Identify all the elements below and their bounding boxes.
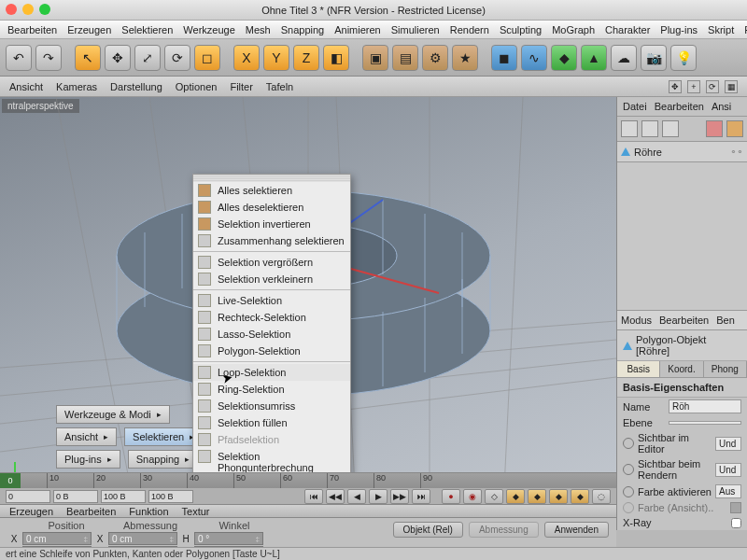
timeline-playhead[interactable]: 0 [0, 473, 21, 488]
menu-item[interactable]: Alles selektieren [193, 182, 350, 199]
coord-dim-button[interactable]: Abmessung [469, 522, 539, 538]
render-view[interactable]: ▣ [362, 45, 388, 71]
menu-selektieren[interactable]: Selektieren [121, 24, 173, 35]
om-menu[interactable]: Datei [623, 101, 647, 112]
axis-x[interactable]: X [233, 45, 260, 71]
bottom-tab[interactable]: Erzeugen [9, 506, 53, 517]
menu-item[interactable]: Pfadselektion [193, 431, 350, 448]
menu-mesh[interactable]: Mesh [246, 24, 271, 35]
coord-pos[interactable]: 0 cm [22, 532, 92, 545]
viewmenu-darstellung[interactable]: Darstellung [110, 81, 162, 92]
undo-button[interactable]: ↶ [6, 45, 32, 71]
om-menu[interactable]: Ansi [712, 101, 731, 112]
om-icon[interactable] [662, 120, 679, 137]
key-scale-button[interactable]: ◆ [528, 489, 546, 504]
menu-item[interactable]: Zusammenhang selektieren [193, 232, 350, 249]
menu-bearbeiten[interactable]: Bearbeiten [7, 24, 57, 35]
timeline-ruler[interactable]: 0102030405060708090 0 [0, 473, 616, 488]
redo-button[interactable]: ↷ [35, 45, 62, 71]
menu-charakter[interactable]: Charakter [605, 24, 650, 35]
viewmenu-filter[interactable]: Filter [230, 81, 252, 92]
om-icon[interactable] [641, 120, 658, 137]
bottom-tab[interactable]: Textur [182, 506, 210, 517]
flyout-plugins[interactable]: Plug-ins [56, 450, 120, 469]
environment-tool[interactable]: ☁ [611, 45, 637, 71]
viewport-layout-icon[interactable]: ▦ [725, 80, 738, 93]
flyout-werkzeugemodi[interactable]: Werkzeuge & Modi [56, 405, 170, 424]
render-picture[interactable]: ★ [452, 45, 478, 71]
zoom-icon[interactable] [39, 4, 50, 15]
menu-snapping[interactable]: Snapping [281, 24, 325, 35]
attr-menu[interactable]: Modus [621, 315, 652, 326]
flyout-snapping[interactable]: Snapping [128, 450, 199, 469]
key-pos-button[interactable]: ◆ [506, 489, 525, 504]
viewport-zoom-icon[interactable]: + [687, 80, 700, 93]
axis-y[interactable]: Y [263, 45, 289, 71]
menu-item[interactable]: Loop-Selektion [193, 364, 350, 381]
menu-werkzeuge[interactable]: Werkzeuge [183, 24, 234, 35]
camera-tool[interactable]: 📷 [641, 45, 667, 71]
om-menu[interactable]: Bearbeiten [655, 101, 704, 112]
timeline[interactable]: 0102030405060708090 0 0 0 B 100 B 100 B … [0, 472, 616, 504]
tree-item-roehre[interactable]: Röhre ∘∘ [621, 146, 743, 158]
menu-item[interactable]: Rechteck-Selektion [193, 309, 350, 326]
menu-item[interactable]: Selektion verkleinern [193, 271, 350, 287]
coord-dim[interactable]: 0 cm [108, 532, 177, 545]
minimize-icon[interactable] [22, 4, 34, 15]
viewmenu-optionen[interactable]: Optionen [176, 81, 218, 92]
coord-apply-button[interactable]: Anwenden [544, 522, 609, 538]
menu-plug-ins[interactable]: Plug-ins [660, 24, 698, 35]
viewmenu-tafeln[interactable]: Tafeln [266, 81, 293, 92]
axis-z[interactable]: Z [293, 45, 319, 71]
menu-skript[interactable]: Skript [708, 24, 734, 35]
attr-tab[interactable]: Phong [704, 361, 747, 377]
timeline-end-field[interactable]: 100 B [101, 490, 146, 503]
menu-item[interactable]: Selektion füllen [193, 414, 350, 431]
goto-end-button[interactable]: ⏭ [412, 489, 430, 504]
timeline-max-field[interactable]: 100 B [148, 490, 193, 503]
attr-menu[interactable]: Bearbeiten [659, 315, 709, 326]
prev-frame-button[interactable]: ◀ [347, 489, 366, 504]
menu-erzeugen[interactable]: Erzeugen [67, 24, 111, 35]
select-tool[interactable]: ↖ [75, 45, 101, 71]
menu-item[interactable]: Ring-Selektion [193, 381, 350, 398]
menu-item[interactable]: Lasso-Selektion [193, 326, 350, 343]
primitive-cube[interactable]: ◼ [491, 45, 517, 71]
viewport-rotate-icon[interactable]: ⟳ [706, 80, 719, 93]
attr-tab[interactable]: Koord. [660, 361, 703, 377]
coord-system[interactable]: ◧ [323, 45, 349, 71]
render-preview[interactable]: ▤ [392, 45, 418, 71]
last-tool[interactable]: ◻ [194, 45, 220, 71]
menu-rendern[interactable]: Rendern [450, 24, 489, 35]
close-icon[interactable] [6, 4, 17, 15]
play-button[interactable]: ▶ [369, 489, 388, 504]
bottom-tab[interactable]: Funktion [129, 506, 168, 517]
menu-item[interactable]: Selektion vergrößern [193, 254, 350, 271]
scale-tool[interactable]: ⤢ [134, 45, 161, 71]
autokey-button[interactable]: ◉ [463, 489, 482, 504]
menu-simulieren[interactable]: Simulieren [391, 24, 440, 35]
om-icon[interactable] [706, 120, 723, 137]
coord-mode-button[interactable]: Objekt (Rel) [393, 522, 463, 538]
key-param-button[interactable]: ◆ [571, 489, 589, 504]
deformer-tool[interactable]: ▲ [581, 45, 607, 71]
viewport-nav-icon[interactable]: ✥ [669, 80, 682, 93]
timeline-start-field[interactable]: 0 [6, 490, 50, 503]
keyframe-button[interactable]: ◇ [485, 489, 503, 504]
generator-tool[interactable]: ◆ [551, 45, 577, 71]
menu-sculpting[interactable]: Sculpting [500, 24, 542, 35]
attr-menu[interactable]: Ben [716, 315, 735, 326]
flyout-selektieren[interactable]: Selektieren [124, 427, 203, 446]
render-settings[interactable]: ⚙ [422, 45, 448, 71]
goto-start-button[interactable]: ⏮ [304, 489, 323, 504]
light-tool[interactable]: 💡 [670, 45, 697, 71]
attr-tab[interactable]: Basis [617, 361, 660, 377]
viewmenu-kameras[interactable]: Kameras [56, 81, 97, 92]
key-pla-button[interactable]: ◌ [592, 489, 611, 504]
object-tree[interactable]: Röhre ∘∘ [617, 142, 747, 162]
om-icon[interactable] [621, 120, 638, 137]
menu-mograph[interactable]: MoGraph [552, 24, 595, 35]
move-tool[interactable]: ✥ [105, 45, 131, 71]
xray-checkbox[interactable] [731, 518, 741, 528]
menu-item[interactable]: Selektionsumriss [193, 398, 350, 414]
